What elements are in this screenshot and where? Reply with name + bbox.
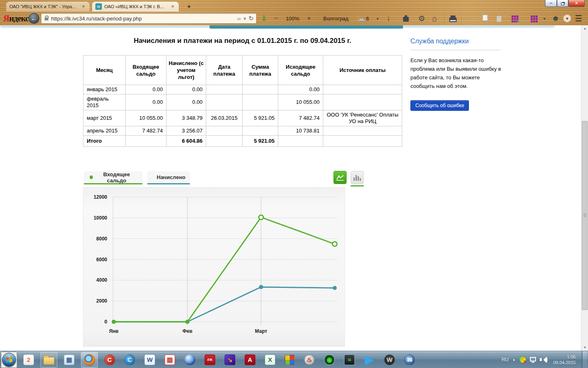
tab-close-icon[interactable]: × (81, 4, 86, 9)
volume-icon[interactable]: ) (540, 357, 549, 363)
cut-button[interactable]: ✂ (466, 11, 473, 25)
legend-accrued[interactable]: Начислено (147, 171, 190, 184)
zoom-level[interactable]: 100% (284, 11, 301, 25)
savefrom-icon: ⇓ (261, 14, 267, 23)
taskbar-icon-2gis[interactable]: 2 (20, 352, 37, 368)
scrollbar-down-arrow[interactable]: ▼ (581, 344, 588, 351)
addons-button[interactable] (403, 11, 409, 25)
data-point (333, 242, 337, 246)
ms-word-icon: W (144, 355, 155, 365)
dropdown-icon[interactable]: ▾ (243, 16, 246, 22)
table-cell (323, 126, 402, 136)
scissors-icon: ✂ (466, 14, 473, 23)
tab-inactive[interactable]: ОАО "ИВЦ ЖКХ и ТЭК" - Упра... × (6, 1, 90, 11)
taskbar-icon-system-monitor[interactable]: ≈ (341, 352, 358, 368)
restore-button[interactable] (557, 0, 568, 7)
print-button[interactable] (449, 11, 457, 25)
grid-caret[interactable]: ▾ (543, 11, 545, 25)
taskbar-icon-flame-burner[interactable]: ♨ (301, 352, 318, 368)
weather-city[interactable]: Волгоград (323, 11, 349, 25)
taskbar-icon-media-player[interactable]: ▶ (361, 352, 378, 368)
weather-widget[interactable]: ☽ ☁ 6 (354, 11, 369, 25)
savefrom-button[interactable]: ⇓ (261, 11, 267, 25)
billing-table-header-row: МесяцВходящее сальдоНачислено (с учетом … (83, 56, 402, 85)
grid-icon (531, 16, 538, 22)
taskbar-icon-ccleaner[interactable]: C (101, 352, 118, 368)
download-button[interactable]: ↓ (387, 11, 391, 25)
scrollbar-up-arrow[interactable]: ▲ (581, 25, 588, 32)
visual-bookmarks-button[interactable] (531, 15, 538, 23)
tab-close-icon[interactable]: × (170, 4, 176, 9)
taskbar-icon-faststone-capture[interactable]: FR (202, 352, 218, 368)
weather-caret[interactable]: ▾ (376, 11, 378, 25)
data-point (185, 320, 189, 324)
table-cell: 0.00 (126, 85, 167, 94)
taskbar-icon-google-earth[interactable] (182, 352, 198, 368)
language-indicator[interactable]: RU (502, 357, 509, 363)
home-button[interactable]: ⌂ (432, 11, 437, 25)
settings-button[interactable]: ⚙ (418, 11, 425, 25)
taskbar-icon-tuneup-utilities[interactable] (282, 352, 297, 368)
table-cell (323, 85, 402, 94)
chat-button[interactable]: ☻ (552, 11, 560, 25)
network-icon[interactable] (530, 357, 536, 361)
grid-plus-icon: + (511, 16, 518, 22)
column-header: Сумма платежа (243, 56, 278, 85)
tab-active[interactable]: IV ОАО «ИВЦ ЖКХ и ТЭК г. В... × (92, 1, 179, 11)
copy-button[interactable] (482, 11, 489, 25)
table-cell: февраль 2015 (83, 94, 126, 110)
url-text[interactable]: https://lk.ivc34.ru/stack-period-pay.php (51, 16, 235, 22)
url-bar[interactable]: https://lk.ivc34.ru/stack-period-pay.php… (41, 13, 257, 24)
column-header: Дата платежа (206, 56, 243, 85)
zoom-in-button[interactable]: + (307, 11, 311, 25)
system-tray: RU ▲ ✕ ) 1:06 09.04.2015 (502, 351, 588, 368)
zoom-out-button[interactable]: − (274, 11, 278, 25)
world-of-tanks-icon: W (384, 355, 395, 365)
windows-explorer-icon (43, 357, 54, 365)
taskbar-icon-thunderbird[interactable]: ✉ (401, 352, 418, 368)
support-title[interactable]: Служба поддержки (410, 38, 504, 45)
collapse-button[interactable]: ▾ (563, 14, 571, 22)
taskbar-icon-acrobat-reader[interactable]: A (242, 352, 258, 368)
glasses-icon[interactable]: ∞ (237, 16, 241, 22)
legend-incoming-balance[interactable]: Входящее сальдо (84, 171, 142, 184)
taskbar-icon-world-of-tanks[interactable]: W (381, 352, 398, 368)
scrollbar-thumb[interactable] (582, 121, 588, 310)
taskbar-icon-djvu-viewer[interactable]: ↘ (222, 352, 238, 368)
media-player-icon: ▶ (364, 355, 375, 365)
new-tab-button[interactable]: + (183, 2, 195, 11)
table-cell: 0.00 (167, 94, 206, 110)
menu-button[interactable]: ☰ (575, 11, 582, 25)
taskbar-icon-network-radar[interactable]: ◉ (321, 352, 338, 368)
start-button[interactable] (1, 352, 17, 368)
system-monitor-icon: ≈ (344, 355, 355, 365)
hidden-icons-arrow[interactable]: ▲ (512, 358, 516, 361)
table-cell (243, 85, 278, 94)
show-desktop-button[interactable] (582, 351, 587, 368)
taskbar-icon-ms-word[interactable]: W (142, 352, 158, 368)
taskbar: 2▦CCW▨FR↘AX♨◉≈▶W✉ RU ▲ ✕ ) 1:06 09.04.20… (0, 351, 588, 368)
minimize-button[interactable]: – (545, 0, 557, 7)
ms-excel-icon: X (265, 355, 275, 365)
taskbar-icon-ms-excel[interactable]: X (262, 352, 278, 368)
paste-button[interactable] (496, 11, 502, 25)
taskbar-icon-blue-utility[interactable]: C (122, 352, 138, 368)
vertical-scrollbar[interactable]: ▲ ▼ (581, 25, 588, 351)
antivirus-tray-icon[interactable]: ✕ (519, 356, 526, 363)
taskbar-icon-picture-manager[interactable]: ▨ (162, 352, 178, 368)
chart-type-line-button[interactable] (333, 171, 347, 184)
browser-chrome: ОАО "ИВЦ ЖКХ и ТЭК" - Упра... × IV ОАО «… (0, 0, 588, 25)
chart-type-bar-button[interactable] (351, 171, 364, 184)
tray-clock[interactable]: 1:06 09.04.2015 (553, 354, 576, 366)
y-tick-label: 12000 (94, 194, 108, 200)
taskbar-icon-windows-explorer[interactable] (41, 352, 57, 368)
taskbar-icon-firefox[interactable] (81, 352, 98, 368)
report-error-button[interactable]: Сообщить об ошибке (410, 100, 469, 111)
tab-title: ОАО «ИВЦ ЖКХ и ТЭК г. В... (104, 4, 167, 9)
close-button[interactable]: × (568, 0, 585, 7)
reload-icon[interactable]: ↻ (248, 15, 254, 22)
back-button[interactable]: ← (29, 13, 39, 24)
alert-cross-icon: ✕ (523, 359, 527, 364)
add-bookmark-grid-button[interactable]: + (511, 15, 518, 23)
taskbar-icon-calculator[interactable]: ▦ (61, 352, 77, 368)
